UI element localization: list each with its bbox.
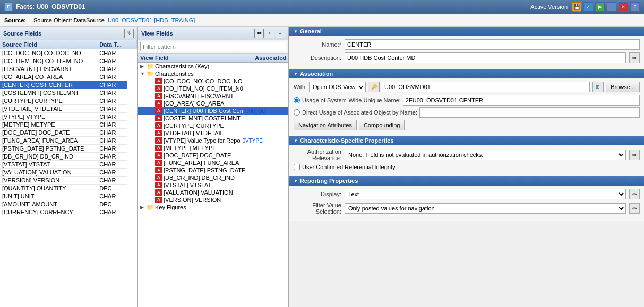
auth-relevance-edit-button[interactable]: ✏ <box>629 150 640 160</box>
tree-item-assoc: U00_OD <box>245 108 266 114</box>
table-row[interactable]: [AMOUNT] AMOUNTDEC <box>0 200 137 208</box>
table-row[interactable]: [PSTNG_DATE] PSTNG_DATECHAR <box>0 145 137 153</box>
table-row[interactable]: [CO_AREA] CO_AREACHAR <box>0 73 137 81</box>
char-specific-section-header[interactable]: ▼ Characteristic-Specific Properties <box>289 136 644 145</box>
table-row[interactable]: [CURRENCY] CURRENCYCHAR <box>0 208 137 216</box>
char-icon: A <box>155 174 162 181</box>
tree-expander[interactable]: ▶ <box>140 64 147 69</box>
tree-item[interactable]: A[CO_AREA] CO_AREA <box>138 100 288 107</box>
view-tree[interactable]: ▶📁Characteristics (Key)▼📁Characteristics… <box>138 63 288 307</box>
tree-item[interactable]: A[VTDETAIL] VTDETAIL <box>138 129 288 137</box>
compounding-button[interactable]: Compounding <box>359 120 405 130</box>
check-button[interactable]: ✓ <box>583 2 593 12</box>
nav-attributes-button[interactable]: Navigation Attributes <box>294 120 357 130</box>
tree-expander[interactable]: ▶ <box>140 205 147 210</box>
table-row[interactable]: [VTDETAIL] VTDETAILCHAR <box>0 105 137 113</box>
table-row[interactable]: [QUANTITY] QUANTITYDEC <box>0 185 137 192</box>
activate-button[interactable]: ▶ <box>595 2 605 12</box>
table-row[interactable]: [VALUATION] VALUATIONCHAR <box>0 169 137 177</box>
table-row[interactable]: [METYPE] METYPECHAR <box>0 121 137 129</box>
source-field-type: CHAR <box>97 192 127 200</box>
remove-field-button[interactable]: − <box>276 29 285 38</box>
tree-item[interactable]: A[CO_ITEM_NO] CO_ITEM_N0 <box>138 85 288 92</box>
table-row[interactable]: [UNIT] UNITCHAR <box>0 192 137 200</box>
with-row: With: Open ODS View 🔑 ⊞ Browse... <box>294 82 640 92</box>
tree-item[interactable]: A[VTYPE] Value Type for Repo0VTYPE <box>138 137 288 144</box>
auth-relevance-select[interactable]: None. Field is not evaluated in authoriz… <box>345 150 626 160</box>
usage-system-input[interactable] <box>403 95 640 106</box>
help-button[interactable]: ? <box>630 2 640 12</box>
tree-item[interactable]: A[FUNC_AREA] FUNC_AREA <box>138 159 288 166</box>
filter-value-edit-button[interactable]: ✏ <box>629 203 640 214</box>
source-bar: Source: Source Object: DataSource U00_OD… <box>0 14 644 27</box>
assoc-value-input[interactable] <box>382 82 590 92</box>
table-row[interactable]: [CURTYPE] CURTYPECHAR <box>0 97 137 105</box>
table-row[interactable]: [DOC_DATE] DOC_DATECHAR <box>0 129 137 137</box>
display-label: Display: <box>294 191 341 197</box>
table-row[interactable]: [VERSION] VERSIONCHAR <box>0 177 137 185</box>
tree-item[interactable]: ▼📁Characteristics <box>138 70 288 77</box>
association-section-header[interactable]: ▼ Association <box>289 69 644 78</box>
tree-item[interactable]: A[VALUATION] VALUATION <box>138 189 288 196</box>
filter-input[interactable] <box>140 42 286 51</box>
table-row[interactable]: [FUNC_AREA] FUNC_AREACHAR <box>0 137 137 145</box>
tree-item[interactable]: ▶📁Key Figures <box>138 204 288 211</box>
tree-item[interactable]: A[CURTYPE] CURTYPE <box>138 122 288 129</box>
save-button[interactable]: 💾 <box>572 2 581 12</box>
tree-item[interactable]: A[COSTELMNT] COSTELMNT <box>138 115 288 122</box>
with-select[interactable]: Open ODS View <box>309 82 366 92</box>
filter-value-select[interactable]: Only posted values for navigation All ch… <box>345 203 626 214</box>
source-field-name: [FISCVARNT] FISCVARNT <box>0 65 97 73</box>
usage-system-radio[interactable] <box>294 97 300 103</box>
direct-usage-input[interactable] <box>419 107 640 118</box>
description-edit-button[interactable]: ✏ <box>629 52 640 63</box>
tree-item[interactable]: A[PSTNG_DATE] PSTNG_DATE <box>138 166 288 174</box>
tree-item[interactable]: A[VTSTAT] VTSTAT <box>138 181 288 189</box>
filter-bar <box>138 40 288 54</box>
name-input[interactable] <box>345 39 640 50</box>
source-fields-panel: Source Fields ⇅ Source Field Data T... [… <box>0 27 138 307</box>
tree-col-assoc-header: Associated <box>244 55 286 61</box>
tree-item[interactable]: ▶📁Characteristics (Key) <box>138 63 288 70</box>
browse-button[interactable]: Browse... <box>606 82 640 92</box>
user-confirmed-checkbox[interactable] <box>294 164 300 170</box>
source-fields-table[interactable]: Source Field Data T... [CO_DOC_NO] CO_DO… <box>0 40 137 307</box>
tree-item[interactable]: A[METYPE] METYPE <box>138 144 288 152</box>
table-row[interactable]: [DB_CR_IND] DB_CR_INDCHAR <box>0 153 137 161</box>
sort-icon[interactable]: ⇅ <box>124 29 134 38</box>
table-row[interactable]: [VTYPE] VTYPECHAR <box>0 113 137 121</box>
general-section-header[interactable]: ▼ General <box>289 27 644 36</box>
source-link[interactable]: U00_ODSVTD01 [HDB_TRAING] <box>108 17 195 23</box>
table-row[interactable]: [CO_ITEM_NO] CO_ITEM_NOCHAR <box>0 57 137 65</box>
more-button[interactable]: … <box>607 2 616 12</box>
display-edit-button[interactable]: ✏ <box>629 189 640 199</box>
display-select[interactable]: Text Key Key and Text <box>345 189 626 199</box>
table-row[interactable]: [CENTER] COST CENTERCHAR <box>0 81 137 89</box>
usage-direct-radio[interactable] <box>294 109 300 116</box>
source-field-type: CHAR <box>97 97 127 105</box>
tree-item[interactable]: A[DB_CR_IND] DB_CR_IND <box>138 174 288 181</box>
add-field-button[interactable]: + <box>265 29 274 38</box>
table-row[interactable]: [COSTELMNT] COSTELMNTCHAR <box>0 89 137 97</box>
reporting-section-header[interactable]: ▼ Reporting Properties <box>289 176 644 186</box>
tree-expander[interactable]: ▼ <box>140 71 147 76</box>
tree-item[interactable]: A[VERSION] VERSION <box>138 196 288 204</box>
table-row[interactable]: [VTSTAT] VTSTATCHAR <box>0 161 137 169</box>
source-field-type: CHAR <box>97 208 127 216</box>
assoc-nav-button[interactable]: ⊞ <box>592 82 604 92</box>
source-field-name: [CURRENCY] CURRENCY <box>0 208 97 216</box>
tree-item[interactable]: A[CENTER] U00 HDB Cost CenU00_OD <box>138 107 288 115</box>
tree-item[interactable]: A[FISCVARNT] FISCVARNT <box>138 92 288 100</box>
tree-item-label: [CO_DOC_NO] CO_DOC_NO <box>164 78 243 84</box>
char-icon: A <box>155 100 162 107</box>
table-row[interactable]: [CO_DOC_NO] CO_DOC_NOCHAR <box>0 49 137 57</box>
folder-icon: 📁 <box>147 71 154 77</box>
table-row[interactable]: [FISCVARNT] FISCVARNTCHAR <box>0 65 137 73</box>
source-field-type: DEC <box>97 185 127 192</box>
split-icon[interactable]: ⇔ <box>254 29 264 38</box>
description-input[interactable] <box>345 52 626 63</box>
tree-item[interactable]: A[CO_DOC_NO] CO_DOC_NO <box>138 77 288 85</box>
tree-item[interactable]: A[DOC_DATE] DOC_DATE <box>138 152 288 159</box>
close-button[interactable]: ✕ <box>619 2 628 12</box>
source-field-name: [UNIT] UNIT <box>0 192 97 200</box>
